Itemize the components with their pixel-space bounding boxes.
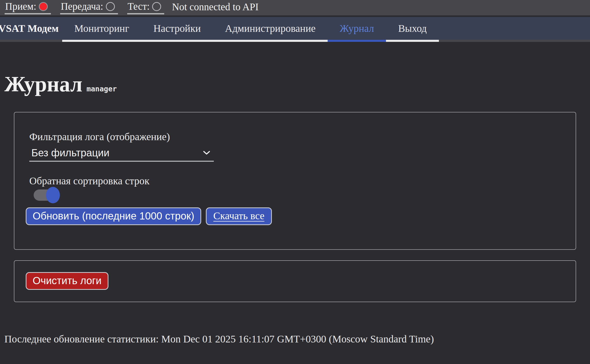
nav-item-settings[interactable]: Настройки — [141, 17, 213, 42]
nav-item-logout[interactable]: Выход — [386, 17, 439, 42]
receive-status[interactable]: Прием: — [5, 1, 51, 14]
test-status[interactable]: Тест: — [127, 1, 164, 14]
chevron-down-icon — [203, 150, 210, 155]
transmit-label: Передача: — [61, 1, 103, 12]
reverse-sort-toggle[interactable] — [34, 189, 59, 201]
refresh-button[interactable]: Обновить (последние 1000 строк) — [26, 207, 201, 225]
nav-item-journal[interactable]: Журнал — [328, 17, 386, 42]
page-title: Журналmanager — [4, 72, 586, 101]
receive-label: Прием: — [5, 1, 36, 12]
page-subtitle: manager — [87, 85, 117, 93]
last-update-text: Последнее обновление статистики: Mon Dec… — [4, 333, 586, 345]
main-content: Журналmanager Фильтрация лога (отображен… — [0, 72, 590, 345]
nav-item-administration[interactable]: Администрирование — [213, 17, 328, 42]
log-filter-panel: Фильтрация лога (отображение) Без фильтр… — [14, 112, 576, 250]
test-label: Тест: — [128, 1, 150, 12]
brand-title: VSAT Модем — [0, 17, 62, 42]
transmit-status[interactable]: Передача: — [60, 1, 118, 14]
clear-logs-button[interactable]: Очистить логи — [26, 272, 108, 290]
download-all-button[interactable]: Скачать все — [206, 207, 272, 225]
page-title-text: Журнал — [4, 72, 82, 96]
main-nav: VSAT Модем Мониторинг Настройки Админист… — [0, 17, 590, 42]
filter-label: Фильтрация лога (отображение) — [29, 131, 564, 143]
filter-actions: Обновить (последние 1000 строк) Скачать … — [26, 207, 564, 225]
toggle-knob-icon — [46, 187, 60, 203]
nav-item-monitoring[interactable]: Мониторинг — [62, 17, 141, 42]
log-filter-select-value: Без фильтрации — [31, 147, 109, 159]
test-indicator-icon — [152, 2, 161, 11]
clear-logs-panel: Очистить логи — [14, 260, 576, 302]
status-bar: Прием: Передача: Тест: Not connected to … — [0, 0, 590, 15]
log-filter-select[interactable]: Без фильтрации — [29, 146, 214, 162]
transmit-indicator-icon — [106, 2, 115, 11]
api-status-text: Not connected to API — [172, 1, 259, 13]
receive-indicator-icon — [39, 2, 48, 11]
reverse-sort-label: Обратная сортировка строк — [29, 175, 564, 187]
nav-filler — [439, 17, 590, 42]
